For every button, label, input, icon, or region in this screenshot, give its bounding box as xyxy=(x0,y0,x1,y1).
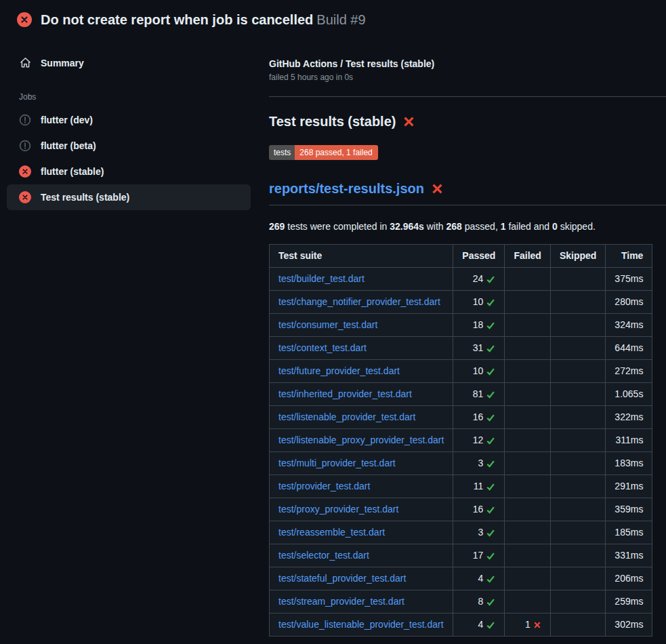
failed-cell xyxy=(505,291,550,314)
suite-link[interactable]: test/future_provider_test.dart xyxy=(278,365,400,376)
sidebar: Summary Jobs flutter (dev)flutter (beta)… xyxy=(0,38,257,210)
count-value: 4 xyxy=(478,618,484,631)
failed-cell xyxy=(505,544,550,567)
failed-cell xyxy=(505,521,550,544)
sidebar-item-flutter-stable[interactable]: flutter (stable) xyxy=(7,159,251,184)
suite-link[interactable]: test/builder_test.dart xyxy=(278,273,365,284)
check-icon xyxy=(486,344,495,353)
count-value: 16 xyxy=(473,503,484,516)
passed-cell: 4 xyxy=(453,613,505,637)
sidebar-item-label: flutter (stable) xyxy=(41,166,104,177)
suite-link[interactable]: test/inherited_provider_test.dart xyxy=(278,388,412,399)
suite-link[interactable]: test/context_test.dart xyxy=(278,342,367,353)
suite-cell: test/selector_test.dart xyxy=(270,544,453,567)
suite-link[interactable]: test/consumer_test.dart xyxy=(278,319,377,330)
x-circle-icon xyxy=(19,191,31,203)
skipped-cell xyxy=(550,406,605,429)
section-heading: Test results (stable) xyxy=(269,114,666,129)
table-row: test/inherited_provider_test.dart811.065… xyxy=(270,383,652,406)
suite-link[interactable]: test/provider_test.dart xyxy=(278,481,370,491)
passed-cell: 24 xyxy=(453,268,505,291)
x-icon xyxy=(432,183,443,195)
passed-cell: 3 xyxy=(453,521,505,544)
failed-cell xyxy=(505,429,550,452)
suite-cell: test/builder_test.dart xyxy=(270,268,453,291)
summary-number: 1 xyxy=(501,221,506,232)
skipped-cell xyxy=(550,498,605,521)
check-icon xyxy=(486,459,495,468)
time-cell: 359ms xyxy=(606,498,652,521)
alert-circle-icon xyxy=(19,140,31,152)
suite-cell: test/consumer_test.dart xyxy=(270,314,453,337)
check-icon xyxy=(486,413,495,422)
skipped-cell xyxy=(550,314,605,337)
table-row: test/value_listenable_provider_test.dart… xyxy=(270,613,652,637)
table-header-row: Test suitePassedFailedSkippedTime xyxy=(270,245,652,268)
failed-cell xyxy=(505,314,550,337)
divider xyxy=(269,96,666,97)
sidebar-item-test-results-stable[interactable]: Test results (stable) xyxy=(7,184,251,210)
sidebar-item-flutter-beta[interactable]: flutter (beta) xyxy=(7,133,251,159)
passed-cell: 12 xyxy=(453,429,505,452)
suite-link[interactable]: test/proxy_provider_test.dart xyxy=(278,504,398,515)
passed-cell: 8 xyxy=(453,590,505,613)
time-cell: 644ms xyxy=(606,337,652,360)
failed-cell xyxy=(505,383,550,406)
failed-cell xyxy=(505,268,550,291)
skipped-cell xyxy=(550,291,605,314)
report-file-link[interactable]: reports/test-results.json xyxy=(269,181,424,197)
summary-text: with xyxy=(424,221,446,232)
suite-link[interactable]: test/selector_test.dart xyxy=(278,550,369,561)
check-run-header: Do not create report when job is cancell… xyxy=(0,0,666,38)
suite-link[interactable]: test/change_notifier_provider_test.dart xyxy=(278,296,440,307)
summary-text: failed and xyxy=(506,221,553,232)
check-icon xyxy=(486,620,495,630)
check-icon xyxy=(486,321,495,330)
skipped-cell xyxy=(550,429,605,452)
suite-link[interactable]: test/multi_provider_test.dart xyxy=(278,458,396,468)
time-cell: 331ms xyxy=(606,544,652,567)
run-status-text: failed 5 hours ago in 0s xyxy=(269,73,666,82)
failed-cell xyxy=(505,590,550,613)
suite-cell: test/multi_provider_test.dart xyxy=(270,452,453,475)
failed-cell xyxy=(505,475,550,498)
passed-cell: 3 xyxy=(453,452,505,475)
table-row: test/future_provider_test.dart10272ms xyxy=(270,360,652,383)
passed-cell: 81 xyxy=(453,383,505,406)
skipped-cell xyxy=(550,337,605,360)
passed-cell: 11 xyxy=(453,475,505,498)
failed-cell xyxy=(505,337,550,360)
sidebar-item-summary[interactable]: Summary xyxy=(7,50,251,75)
suite-link[interactable]: test/listenable_provider_test.dart xyxy=(278,411,415,422)
count-value: 4 xyxy=(478,572,484,585)
column-header-failed: Failed xyxy=(505,245,550,268)
count-value: 81 xyxy=(473,388,484,401)
suite-link[interactable]: test/stream_provider_test.dart xyxy=(278,596,404,607)
suite-cell: test/inherited_provider_test.dart xyxy=(270,383,453,406)
check-icon xyxy=(486,574,495,584)
suite-cell: test/stream_provider_test.dart xyxy=(270,590,453,613)
check-icon xyxy=(486,551,495,561)
run-title: Do not create report when job is cancell… xyxy=(41,12,313,27)
check-icon xyxy=(486,367,495,376)
home-icon xyxy=(19,57,31,68)
jobs-section-heading: Jobs xyxy=(19,92,257,102)
time-cell: 185ms xyxy=(606,521,652,544)
suite-link[interactable]: test/reassemble_test.dart xyxy=(278,527,385,538)
table-row: test/stateful_provider_test.dart4206ms xyxy=(270,567,652,590)
suite-link[interactable]: test/value_listenable_provider_test.dart xyxy=(278,619,444,630)
suite-link[interactable]: test/listenable_proxy_provider_test.dart xyxy=(278,435,444,445)
count-value: 31 xyxy=(473,342,484,355)
summary-number: 268 xyxy=(446,221,462,232)
report-heading: reports/test-results.json xyxy=(269,181,666,205)
count-value: 3 xyxy=(478,526,484,539)
table-row: test/builder_test.dart24375ms xyxy=(270,268,652,291)
sidebar-item-label: Summary xyxy=(41,58,84,68)
table-row: test/reassemble_test.dart3185ms xyxy=(270,521,652,544)
count-value: 10 xyxy=(473,296,484,308)
suite-cell: test/change_notifier_provider_test.dart xyxy=(270,291,453,314)
suite-link[interactable]: test/stateful_provider_test.dart xyxy=(278,573,406,584)
sidebar-item-flutter-dev[interactable]: flutter (dev) xyxy=(7,107,251,133)
summary-number: 0 xyxy=(552,221,558,232)
build-number: Build #9 xyxy=(316,12,365,27)
